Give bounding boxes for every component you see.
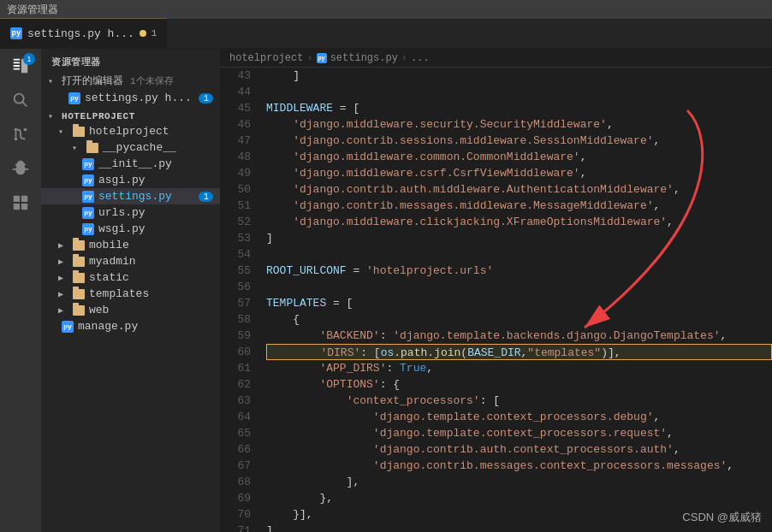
folder-icon [73, 257, 85, 267]
sidebar-item-templates[interactable]: ▶ templates [41, 286, 220, 302]
open-editors-label: 打开的编辑器 [62, 74, 123, 88]
sidebar-item-manage[interactable]: py manage.py [41, 318, 220, 334]
mobile-label: mobile [89, 239, 129, 251]
folder-icon [73, 240, 85, 251]
folder-icon [73, 305, 85, 316]
chevron-down-icon: ▾ [48, 76, 58, 86]
sidebar-item-mobile[interactable]: ▶ mobile [41, 237, 220, 253]
svg-rect-8 [21, 196, 27, 202]
sidebar-item-wsgi[interactable]: py wsgi.py [41, 221, 220, 237]
tab-label: settings.py h... [27, 27, 134, 40]
py-icon: py [68, 92, 80, 104]
web-label: web [89, 304, 109, 316]
tab-icon: py [10, 27, 22, 39]
svg-rect-7 [14, 196, 20, 202]
py-icon: py [82, 207, 94, 219]
breadcrumb-project: hotelproject [229, 52, 303, 64]
settings-badge: 1 [199, 192, 213, 202]
code-editor[interactable]: 43 44 45 46 47 48 49 50 51 52 53 54 55 5… [221, 68, 772, 532]
init-label: __init__.py [98, 157, 172, 170]
breadcrumb-sep1: › [306, 52, 312, 64]
line-numbers: 43 44 45 46 47 48 49 50 51 52 53 54 55 5… [221, 68, 259, 532]
py-icon: py [82, 174, 94, 186]
wsgi-label: wsgi.py [98, 222, 145, 235]
folder-icon [73, 273, 85, 283]
chevron-icon: ▾ [72, 143, 82, 153]
tab-badge: 1 [151, 28, 157, 38]
sidebar-item-web[interactable]: ▶ web [41, 302, 220, 318]
svg-line-2 [22, 102, 27, 106]
debug-icon[interactable] [10, 158, 31, 179]
sidebar-item-myadmin[interactable]: ▶ myadmin [41, 253, 220, 269]
py-icon: py [82, 191, 94, 203]
svg-point-5 [15, 138, 18, 141]
folder-icon [86, 143, 98, 153]
sidebar-item-asgi[interactable]: py asgi.py [41, 172, 220, 188]
sidebar-item-pycache[interactable]: ▾ __pycache__ [41, 139, 220, 156]
py-icon: py [82, 223, 94, 235]
svg-point-4 [24, 128, 27, 132]
sidebar-item-settings[interactable]: py settings.py 1 [41, 188, 220, 204]
py-icon: py [82, 158, 94, 170]
sidebar-item-urls[interactable]: py urls.py [41, 204, 220, 221]
open-file-label: settings.py h... [85, 92, 192, 104]
explorer-icon[interactable]: 1 [10, 56, 31, 76]
breadcrumb: hotelproject › py settings.py › ... [221, 49, 772, 68]
title-bar: 资源管理器 [0, 0, 772, 19]
urls-label: urls.py [98, 206, 145, 219]
manage-label: manage.py [78, 320, 138, 333]
title-label: 资源管理器 [7, 3, 58, 17]
chevron-icon: ▶ [58, 305, 68, 316]
tab-settings-py[interactable]: py settings.py h... 1 [0, 18, 167, 48]
svg-rect-9 [14, 204, 20, 210]
editor-area: hotelproject › py settings.py › ... 43 4… [221, 49, 772, 532]
breadcrumb-icon: py [317, 53, 327, 63]
sidebar-item-static[interactable]: ▶ static [41, 269, 220, 286]
search-icon[interactable] [10, 90, 31, 110]
watermark: CSDN @威威猪 [682, 510, 762, 525]
svg-point-1 [15, 94, 24, 103]
chevron-icon: ▶ [58, 273, 68, 283]
breadcrumb-section: ... [411, 52, 430, 64]
chevron-icon: ▶ [58, 257, 68, 267]
svg-point-3 [15, 128, 18, 132]
myadmin-label: myadmin [89, 255, 136, 268]
pycache-label: __pycache__ [103, 141, 176, 154]
breadcrumb-file: settings.py [330, 52, 398, 64]
folder-label: hotelproject [89, 125, 169, 138]
sidebar-title: 资源管理器 [41, 49, 220, 72]
static-label: static [89, 271, 129, 284]
chevron-icon: ▶ [58, 240, 68, 251]
chevron-icon: ▶ [58, 289, 68, 299]
open-editors-badge: 1个未保存 [130, 74, 174, 87]
project-label: HOTELPROJECT [62, 111, 135, 121]
activity-bar: 1 [0, 49, 41, 532]
chevron-icon: ▾ [58, 127, 68, 137]
git-icon[interactable] [10, 124, 31, 145]
settings-label: settings.py [98, 190, 172, 203]
folder-icon [73, 127, 85, 137]
open-file-settings-py[interactable]: py settings.py h... 1 [41, 90, 220, 106]
chevron-right-icon: ▾ [48, 111, 58, 121]
sidebar-item-init[interactable]: py __init__.py [41, 156, 220, 172]
sidebar-item-hotelproject[interactable]: ▾ hotelproject [41, 123, 220, 139]
open-file-badge: 1 [199, 93, 213, 103]
tab-dot [140, 30, 146, 37]
code-content[interactable]: ] MIDDLEWARE = [ 'django.middleware.secu… [259, 68, 772, 532]
py-icon: py [62, 321, 74, 333]
extensions-icon[interactable] [10, 192, 31, 213]
folder-icon [73, 289, 85, 299]
breadcrumb-sep2: › [401, 52, 407, 64]
asgi-label: asgi.py [98, 174, 145, 186]
templates-label: templates [89, 287, 149, 300]
svg-rect-10 [21, 204, 27, 210]
project-section[interactable]: ▾ HOTELPROJECT [41, 109, 220, 123]
sidebar: 资源管理器 ▾ 打开的编辑器 1个未保存 py settings.py h...… [41, 49, 221, 532]
open-editors-section[interactable]: ▾ 打开的编辑器 1个未保存 [41, 72, 220, 90]
tab-bar: py settings.py h... 1 [0, 19, 772, 49]
